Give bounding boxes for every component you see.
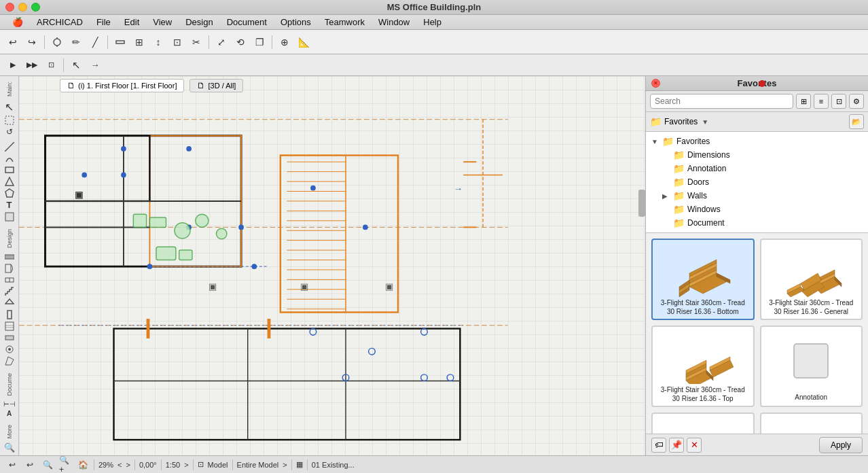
tree-root[interactable]: ▼ 📁 Favorites — [646, 135, 868, 148]
scale-display: 1:50 — [166, 461, 180, 469]
label-tool[interactable]: A — [2, 409, 17, 418]
triangle-tool[interactable] — [2, 176, 17, 187]
favorites-folder-nav[interactable]: 📁 Favorites ▼ — [650, 116, 846, 127]
select-tool[interactable] — [48, 33, 66, 51]
menu-apple[interactable]: 🍎 — [5, 16, 30, 29]
arrow-right-tool[interactable]: → — [86, 56, 104, 74]
fav-item-stair-bottom[interactable]: 3-Flight Stair 360cm - Tread 30 Riser 16… — [651, 239, 755, 320]
stair-tool[interactable] — [2, 286, 17, 297]
favorites-search-input[interactable] — [650, 94, 793, 109]
canvas-area[interactable]: 🗋 (i) 1. First Floor [1. First Floor] 🗋 … — [19, 76, 645, 455]
fav-item-5[interactable] — [651, 413, 755, 434]
snap-tool[interactable]: ⊕ — [276, 33, 293, 51]
line-tool[interactable]: ╱ — [86, 33, 104, 51]
redo-button[interactable]: ↪ — [23, 33, 41, 51]
slab-tool[interactable] — [2, 321, 17, 332]
tree-item-document[interactable]: 📁 Document — [657, 216, 868, 230]
fav-item-stair-general[interactable]: 3-Flight Stair 360cm - Tread 30 Riser 16… — [760, 239, 863, 320]
grid-view-button[interactable]: ⊞ — [796, 94, 811, 109]
vertical-scrollbar[interactable] — [638, 190, 645, 217]
menu-edit[interactable]: Edit — [117, 16, 146, 29]
wall-design-tool[interactable] — [2, 251, 17, 262]
nav-btn-1[interactable]: ▶ — [4, 56, 22, 74]
apply-button[interactable]: Apply — [819, 437, 863, 453]
tree-item-annotation[interactable]: 📁 Annotation — [657, 162, 868, 175]
fav-item-annotation[interactable]: Annotation — [760, 326, 863, 407]
nav-btn-3[interactable]: ⊡ — [42, 56, 60, 74]
tree-item-windows[interactable]: 📁 Windows — [657, 203, 868, 216]
zoom-out-button[interactable]: 🔍 — [41, 458, 54, 472]
settings-icon-button[interactable]: ⚙ — [849, 94, 864, 109]
menu-archicad[interactable]: ARCHICAD — [30, 16, 90, 29]
polygon-tool[interactable] — [2, 188, 17, 198]
tree-item-walls[interactable]: ▶ 📁 Walls — [657, 189, 868, 203]
delete-icon-button[interactable]: ✕ — [687, 438, 702, 453]
zoom-home-button[interactable]: 🏠 — [76, 458, 90, 472]
marquee-tool[interactable] — [2, 115, 17, 126]
favorites-close-button[interactable]: ✕ — [651, 79, 660, 88]
add-folder-button[interactable]: 📂 — [849, 114, 864, 129]
arrow-tool[interactable]: ↕ — [149, 33, 167, 51]
beam-tool[interactable] — [2, 332, 17, 343]
zoom-in-button[interactable]: 🔍+ — [58, 458, 72, 472]
menu-design[interactable]: Design — [179, 16, 219, 29]
rotate-arrow-tool[interactable]: ↺ — [2, 126, 17, 137]
window-tool[interactable] — [2, 275, 17, 285]
tree-item-doors[interactable]: 📁 Doors — [657, 175, 868, 189]
list-view-button[interactable]: ≡ — [814, 94, 829, 109]
zoom-arrow-left[interactable]: < — [117, 461, 122, 469]
column-tool[interactable] — [2, 309, 17, 320]
breadcrumb-label: 01 Existing... — [312, 461, 355, 469]
fullscreen-button[interactable] — [31, 3, 40, 12]
menu-help[interactable]: Help — [416, 16, 448, 29]
item6-image — [764, 417, 859, 434]
red-indicator — [759, 80, 765, 87]
zoom-arrow-right[interactable]: > — [126, 461, 130, 469]
tag-icon-button[interactable]: 🏷 — [651, 438, 666, 453]
menu-file[interactable]: File — [90, 16, 117, 29]
menu-document[interactable]: Document — [220, 16, 274, 29]
rotate-tool[interactable]: ⟲ — [232, 33, 249, 51]
forward-nav-button[interactable]: ↩ — [23, 458, 37, 472]
roof-tool[interactable] — [2, 298, 17, 309]
text-tool[interactable]: T — [2, 199, 17, 211]
wall-tool[interactable] — [111, 33, 129, 51]
arc-tool[interactable] — [2, 153, 17, 164]
tree-item-dimensions[interactable]: 📁 Dimensions — [657, 148, 868, 162]
select-arrow-tool[interactable]: ↖ — [2, 100, 17, 114]
object-tool[interactable]: ⊡ — [168, 33, 186, 51]
scale-arrow[interactable]: > — [184, 461, 188, 469]
menubar: 🍎 ARCHICAD File Edit View Design Documen… — [0, 15, 868, 30]
view-arrow[interactable]: > — [283, 461, 287, 469]
fill-tool[interactable] — [2, 211, 17, 222]
menu-teamwork[interactable]: Teamwork — [318, 16, 372, 29]
close-button[interactable] — [5, 3, 14, 12]
fav-item-6[interactable] — [760, 413, 863, 434]
pencil-tool[interactable]: ✏ — [67, 33, 85, 51]
undo-button[interactable]: ↩ — [4, 33, 22, 51]
minimize-button[interactable] — [18, 3, 27, 12]
arrow-pointer[interactable]: ↖ — [67, 56, 85, 74]
menu-options[interactable]: Options — [274, 16, 318, 29]
rectangle-tool[interactable] — [2, 164, 17, 175]
fav-item-stair-top[interactable]: 3-Flight Stair 360cm - Tread 30 Riser 16… — [651, 326, 755, 407]
pin-icon-button[interactable]: 📌 — [669, 438, 684, 453]
tab-3d-view[interactable]: 🗋 [3D / All] — [189, 79, 243, 92]
line-draw-tool[interactable] — [2, 141, 17, 152]
back-nav-button[interactable]: ↩ — [5, 458, 19, 472]
grid-tool[interactable]: ⊞ — [130, 33, 148, 51]
menu-window[interactable]: Window — [372, 16, 416, 29]
nav-btn-2[interactable]: ▶▶ — [23, 56, 41, 74]
link-tool[interactable]: ⤢ — [213, 33, 230, 51]
copy-tool[interactable]: ❐ — [251, 33, 268, 51]
trim-tool[interactable]: ✂ — [187, 33, 205, 51]
door-tool[interactable] — [2, 263, 17, 274]
detail-view-button[interactable]: ⊡ — [831, 94, 846, 109]
tab-first-floor[interactable]: 🗋 (i) 1. First Floor [1. First Floor] — [60, 79, 184, 92]
mesh-tool[interactable] — [2, 355, 17, 366]
object-place-tool[interactable] — [2, 344, 17, 355]
measure-tool[interactable]: 📐 — [295, 33, 312, 51]
dimension-tool[interactable]: ⊢⊣ — [2, 400, 17, 408]
zoom-tool[interactable]: 🔍 — [2, 442, 17, 453]
menu-view[interactable]: View — [146, 16, 179, 29]
